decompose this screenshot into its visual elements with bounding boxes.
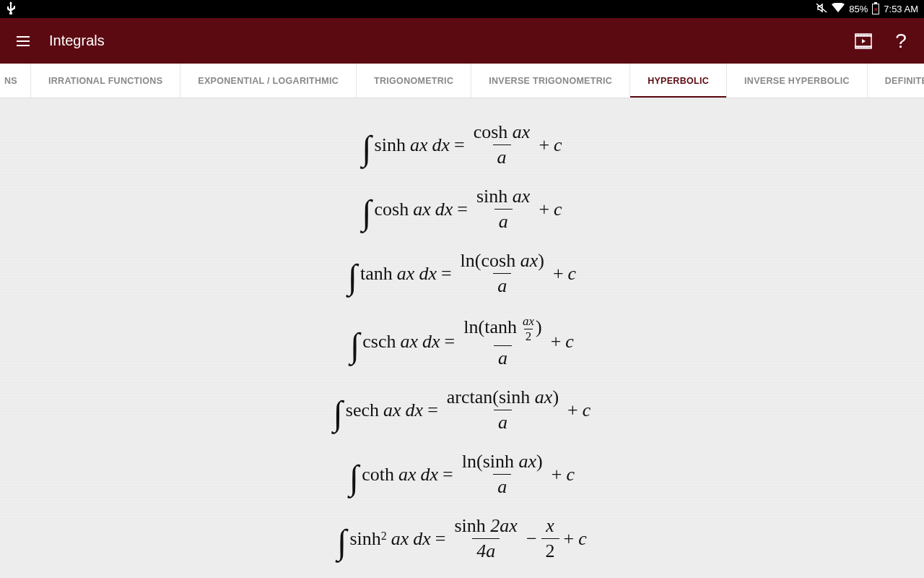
android-status-bar: 85% ✕ 7:53 AM — [0, 0, 924, 18]
tab-ns[interactable]: NS — [0, 64, 31, 98]
clock-text: 7:53 AM — [884, 4, 918, 14]
help-icon: ? — [895, 30, 907, 53]
formula-sech: ∫sechaxdx=arctan(sinh ax)a+c — [0, 378, 924, 442]
tab-definite[interactable]: DEFINITE INTEGRALS — [868, 64, 924, 98]
formula-tanh: ∫tanhaxdx=ln(cosh ax)a+c — [0, 241, 924, 306]
page-title: Integrals — [49, 33, 837, 49]
tab-trig[interactable]: TRIGONOMETRIC — [357, 64, 471, 98]
video-button[interactable] — [852, 30, 875, 53]
formula-csch: ∫cschaxdx=ln(tanhax2)a+c — [0, 306, 924, 378]
battery-text: 85% — [849, 4, 868, 14]
mute-icon — [816, 3, 827, 15]
formula-sinh: ∫sinhaxdx=cosh axa+c — [0, 113, 924, 177]
menu-button[interactable] — [12, 30, 35, 53]
wifi-icon — [832, 3, 845, 15]
battery-icon: ✕ — [872, 4, 879, 14]
tab-explog[interactable]: EXPONENTIAL / LOGARITHMIC — [180, 64, 357, 98]
formula-cosh: ∫coshaxdx=sinh axa+c — [0, 177, 924, 241]
app-bar: Integrals ? — [0, 18, 924, 64]
formula-list[interactable]: ∫sinhaxdx=cosh axa+c∫coshaxdx=sinh axa+c… — [0, 98, 924, 578]
tab-bar: NSIRRATIONAL FUNCTIONSEXPONENTIAL / LOGA… — [0, 64, 924, 98]
video-icon — [855, 33, 872, 49]
help-button[interactable]: ? — [889, 30, 912, 53]
usb-icon — [6, 1, 16, 17]
formula-sinh2: ∫sinh2axdx=sinh 2ax4a−x2+c — [0, 506, 924, 571]
hamburger-icon — [17, 36, 30, 46]
tab-invtrig[interactable]: INVERSE TRIGONOMETRIC — [471, 64, 630, 98]
formula-coth: ∫cothaxdx=ln(sinh ax)a+c — [0, 442, 924, 506]
tab-hyperbolic[interactable]: HYPERBOLIC — [630, 64, 727, 98]
tab-invhyp[interactable]: INVERSE HYPERBOLIC — [727, 64, 868, 98]
tab-irrational[interactable]: IRRATIONAL FUNCTIONS — [31, 64, 180, 98]
